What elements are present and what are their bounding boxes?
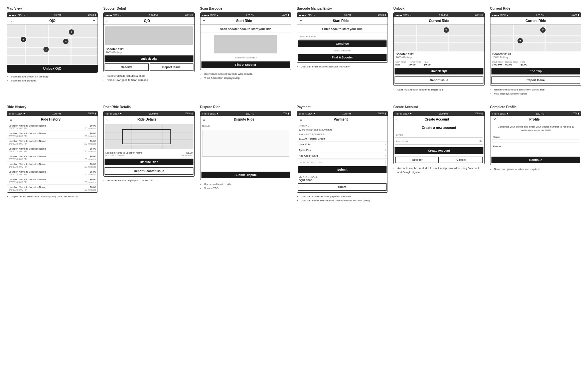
search-icon[interactable]: ⌕ [10,19,12,23]
history-item[interactable]: Location Name to Location Name6/2/2018 3… [7,146,98,154]
notes-payment: User can add or remove payment methods U… [297,195,370,203]
promo-code-field[interactable]: Enter Promo Code [299,160,386,165]
nav-ca: ‹ Create Account [394,116,484,123]
notes-sd: Scooter details includes a photo "Ride N… [103,74,148,82]
report-issue-button-sd[interactable]: Report Issue [150,63,193,71]
payment-row-referral[interactable]: $10.00 Referral Credit [297,136,388,142]
continue-btn-manual[interactable]: Continue [298,40,387,47]
status-bar-cr: ●●●●● 1BEX ▼ 1:20 PM 100% ▮ [490,13,581,17]
find-scooter-btn-scan[interactable]: Find A Scooter [201,61,290,68]
notes-dispute: User can dispute a ride Screen TBD [200,182,232,190]
status-bar-rh: ●●●●● 1BEX ▼ 1:20 PM 100% ▮ [7,111,98,116]
history-item[interactable]: Location Name to Location Name6/2/2018 3… [7,154,98,162]
payment-row-applepay[interactable]: Apple Pay › [297,147,388,153]
report-issue-cr[interactable]: Report Issue [491,76,580,84]
scooter-name-unlock: Scooter #123 [396,52,482,56]
battery-map: 100% ▮ [88,14,96,16]
scooter-name: Scooter #123 [106,47,192,51]
history-item[interactable]: Location Name to Location Name6/2/2018 3… [7,162,98,169]
history-item[interactable]: Location Name to Location Name6/2/2018 3… [7,139,98,146]
history-item[interactable]: Location Name to Location Name6/2/2018 3… [7,169,98,177]
nav-unlock: Current Ride [394,17,484,25]
barcode-scan-area [214,35,277,53]
submit-payment-button[interactable]: Submit [298,166,387,173]
label-ride-history: Ride History [7,105,26,109]
name-field[interactable] [492,141,579,143]
carrier-map: ●●●●● 1BEX ▼ [9,14,25,16]
scooter-info-unlock: Scooter #123 100% Battery [394,51,484,60]
scooter-info: Scooter #123 100% Battery [104,46,194,55]
social-btns: Facebook Google [394,156,484,164]
payment-row-visa[interactable]: Visa 1234 › [297,142,388,147]
marker-1[interactable]: 1 [69,29,74,35]
nav-title-dispute: Dispute Ride [205,118,283,121]
nav-prd: ‹ Ride Details [104,116,194,123]
share-button[interactable]: Share [298,183,387,191]
phone-field[interactable] [492,150,579,152]
end-trip-button[interactable]: End Trip [491,68,580,74]
scan-not-working-link[interactable]: Scan not working? [200,56,291,61]
notes-scan: User scans scooter barcode with camera "… [200,72,253,80]
continue-button-cp[interactable]: Continue [491,157,580,163]
referral-code-value: 8QKLC285 [299,179,386,182]
google-button[interactable]: Google [440,157,483,163]
find-scooter-btn-manual[interactable]: Find A Scooter [298,54,387,61]
nav-title-payment: Payment [302,118,380,121]
label-manual: Barcode Manual Entry [297,7,332,10]
label-map-view: Map View [7,7,22,10]
email-field[interactable]: Email [395,132,482,138]
cr-marker1: ▼ [540,27,546,33]
phone-ride-details: ●●●●● 1BEX ▼ 1:20 PM 100% ▮ ‹ Ride Detai… [103,111,194,177]
dispute-details-label: Details [200,123,291,129]
screen-col-manual: Barcode Manual Entry ●●●●● 1BEX ▼ 1:20 P… [297,7,388,96]
nav-title-unlock: Current Ride [402,19,476,23]
status-bar-cp: ●●●●● 1BEX ▼ 1:20 PM 100% ▮ [490,111,581,116]
label-current-ride: Current Ride [490,7,510,10]
submit-dispute-button[interactable]: Submit Dispute [201,172,290,178]
unlock-button-sd[interactable]: Unlock OjO [105,55,193,62]
phone-create-account: ●●●●● 1BEX ▼ 1:20 PM 100% ▮ ‹ Create Acc… [393,111,484,164]
label-scan: Scan Barcode [200,7,223,10]
history-item[interactable]: Location Name to Location Name6/2/2018 3… [7,177,98,185]
map-area-cr: ▼ ▼ [490,25,581,51]
screen-col-scan: Scan Barcode ●●●●● 1BEX ▼ 1:20 PM 100% ▮… [200,7,291,96]
facebook-button[interactable]: Facebook [395,157,438,163]
password-eye-icon[interactable]: 👁 [479,140,482,143]
screen-col-scooter-detail: Scooter Detail ●●●●● 1BEX ▼ 1:20 PM 100%… [103,7,194,96]
screen-col-unlock: Unlock ●●●●● 1BEX ▼ 1:20 PM 100% ▮ Curre… [393,7,484,96]
unlock-button-map[interactable]: Unlock OjO [7,65,98,72]
report-issue-unlock[interactable]: Report Issue [395,76,483,84]
marker-6[interactable]: 6 [21,37,26,42]
bottom-btns-sd: Reserve Report Issue [104,63,194,72]
notes-manual: User can enter scooter barcode manually [297,65,349,69]
scooter-code-field[interactable]: Scooter Code [299,34,386,39]
nav-title-rh: Ride History [12,118,90,121]
payment-row-addcard[interactable]: Add Credit Card › [297,153,388,159]
history-item[interactable]: Location Name to Location Name6/2/2018 3… [7,131,98,139]
close-icon-cp[interactable]: ✕ [493,117,496,122]
dispute-ride-button[interactable]: Dispute Ride [105,159,193,165]
history-item[interactable]: Location Name to Location Name6/2/2018 3… [7,185,98,192]
marker-3[interactable]: 3 [43,47,49,52]
label-create-account: Create Account [393,105,418,109]
scan-barcode-link[interactable]: Scan barcode [297,48,388,53]
nav-rh: ≡ Ride History [7,116,98,123]
password-field[interactable]: Password 👁 [395,139,482,145]
dispute-text-area[interactable] [202,130,289,157]
menu-icon[interactable]: ≡ [93,19,95,23]
unlock-ojo-button[interactable]: Unlock OjO [395,68,483,74]
phone-complete-profile: ●●●●● 1BEX ▼ 1:20 PM 100% ▮ ✕ Profile Co… [490,111,581,165]
status-bar-ca: ●●●●● 1BEX ▼ 1:20 PM 100% ▮ [394,111,484,116]
nav-title-map: OjO [12,19,93,23]
history-item[interactable]: Location Name to Location Name6/2/2018 3… [7,123,98,131]
label-scooter-detail: Scooter Detail [103,7,126,10]
report-scooter-issue-button[interactable]: Report Scooter Issue [105,167,193,175]
reserve-button[interactable]: Reserve [105,63,148,71]
nav-title-sd: OjO [108,19,186,23]
label-payment: Payment [297,105,311,109]
create-account-button[interactable]: Create Account [395,147,483,154]
scooter-battery-cr: 100% Battery [492,56,579,59]
phone-scan: ●●●●● 1BEX ▼ 1:20 PM 100% ▮ ≡ Start Ride… [200,12,291,70]
name-field-label: Name [492,135,579,140]
marker-4[interactable]: 4 [63,39,68,44]
